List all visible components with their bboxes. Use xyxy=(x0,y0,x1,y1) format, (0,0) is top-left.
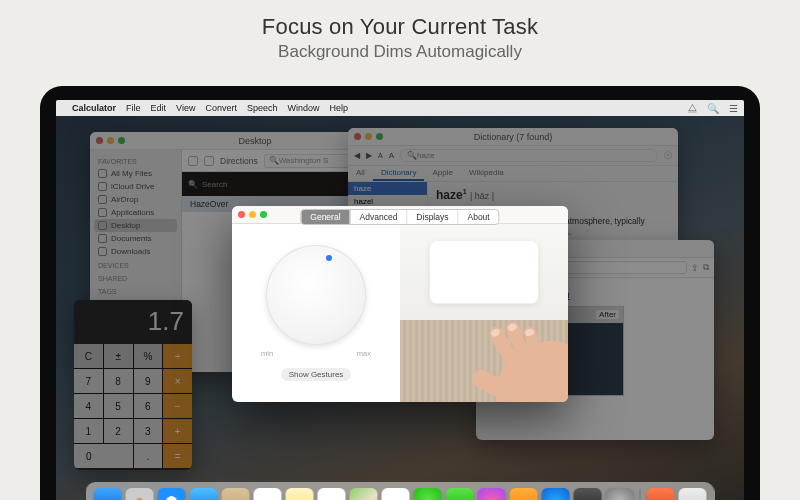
sidebar-hdr-favorites: Favorites xyxy=(94,154,177,167)
menu-convert[interactable]: Convert xyxy=(205,103,237,113)
menu-window[interactable]: Window xyxy=(287,103,319,113)
menu-edit[interactable]: Edit xyxy=(151,103,167,113)
sidebar-item-applications[interactable]: Applications xyxy=(94,206,177,219)
hand-graphic xyxy=(458,320,568,402)
show-gestures-button[interactable]: Show Gestures xyxy=(281,368,352,381)
sidebar-item-icloud-drive[interactable]: iCloud Drive xyxy=(94,180,177,193)
dock-app-dictionary[interactable] xyxy=(574,488,602,500)
dict-tab-all[interactable]: All xyxy=(348,166,373,181)
dock-app-finder[interactable] xyxy=(94,488,122,500)
menu-file[interactable]: File xyxy=(126,103,141,113)
minimize-icon[interactable] xyxy=(249,211,256,218)
calc-key-plus[interactable]: + xyxy=(163,419,192,443)
dock-app-contacts[interactable] xyxy=(222,488,250,500)
finder-path-title: Directions xyxy=(220,156,258,166)
dock-app-ibooks[interactable] xyxy=(510,488,538,500)
menubar: Calculator File Edit View Convert Speech… xyxy=(56,100,744,116)
dict-tab-wikipedia[interactable]: Wikipedia xyxy=(461,166,512,181)
menubar-app-name[interactable]: Calculator xyxy=(72,103,116,113)
calc-key-2[interactable]: 2 xyxy=(104,419,133,443)
prefs-tab-advanced[interactable]: Advanced xyxy=(351,210,408,224)
hazeover-preferences-window[interactable]: General Advanced Displays About minmax S… xyxy=(232,206,568,402)
prefs-tab-displays[interactable]: Displays xyxy=(407,210,458,224)
prefs-segmented-tabs: General Advanced Displays About xyxy=(300,209,499,225)
calc-key-9[interactable]: 9 xyxy=(134,369,163,393)
dial-indicator xyxy=(326,255,332,261)
dock-app-trash[interactable] xyxy=(679,488,707,500)
dict-textsize-small[interactable]: A xyxy=(378,152,383,159)
dock[interactable] xyxy=(86,482,715,500)
calc-key-4[interactable]: 4 xyxy=(74,394,103,418)
sidebar-item-all-my-files[interactable]: All My Files xyxy=(94,167,177,180)
comparison-after-label: After xyxy=(596,310,619,319)
dict-tab-dictionary[interactable]: Dictionary xyxy=(373,166,425,181)
dock-app-maps[interactable] xyxy=(350,488,378,500)
dock-app-hazeover[interactable] xyxy=(647,488,675,500)
calc-key-1[interactable]: 1 xyxy=(74,419,103,443)
spotlight-icon[interactable]: 🔍 xyxy=(707,103,719,114)
menu-view[interactable]: View xyxy=(176,103,195,113)
sidebar-item-desktop[interactable]: Desktop xyxy=(94,219,177,232)
dict-forward-button[interactable]: ▶ xyxy=(366,151,372,160)
dock-app-facetime[interactable] xyxy=(446,488,474,500)
dock-app-notes[interactable] xyxy=(286,488,314,500)
calc-key-minus[interactable]: − xyxy=(163,394,192,418)
safari-tabs-icon[interactable]: ⧉ xyxy=(703,262,709,273)
dock-app-itunes[interactable] xyxy=(478,488,506,500)
calc-key-decimal[interactable]: . xyxy=(134,444,163,468)
notification-icon[interactable]: ☰ xyxy=(729,103,738,114)
dictionary-search-input[interactable]: 🔍 haze xyxy=(400,149,658,162)
dock-app-photos[interactable] xyxy=(382,488,410,500)
calc-key-percent[interactable]: % xyxy=(134,344,163,368)
dock-app-calendar[interactable] xyxy=(254,488,282,500)
intensity-dial[interactable] xyxy=(266,245,366,345)
wifi-icon[interactable]: ⧋ xyxy=(688,102,697,114)
calc-key-5[interactable]: 5 xyxy=(104,394,133,418)
calc-key-clear[interactable]: C xyxy=(74,344,103,368)
headline-subtitle: Background Dims Automagically xyxy=(0,42,800,62)
dock-app-appstore[interactable] xyxy=(542,488,570,500)
calc-key-multiply[interactable]: × xyxy=(163,369,192,393)
dock-app-safari[interactable] xyxy=(158,488,186,500)
sidebar-item-airdrop[interactable]: AirDrop xyxy=(94,193,177,206)
calculator-display: 1.7 xyxy=(74,300,192,344)
zoom-icon[interactable] xyxy=(260,211,267,218)
dock-app-launchpad[interactable] xyxy=(126,488,154,500)
sidebar-item-downloads[interactable]: Downloads xyxy=(94,245,177,258)
dictionary-titlebar[interactable]: Dictionary (7 found) xyxy=(348,128,678,146)
menu-speech[interactable]: Speech xyxy=(247,103,278,113)
dict-clear-search-icon[interactable]: ⓧ xyxy=(664,150,672,161)
prefs-titlebar[interactable]: General Advanced Displays About xyxy=(232,206,568,224)
calculator-keypad: C ± % ÷ 7 8 9 × 4 5 6 − 1 2 3 + 0 . = xyxy=(74,344,192,468)
calc-key-6[interactable]: 6 xyxy=(134,394,163,418)
sidebar-hdr-tags: Tags xyxy=(94,284,177,297)
menu-help[interactable]: Help xyxy=(329,103,348,113)
calc-key-equals[interactable]: = xyxy=(163,444,192,468)
calc-key-7[interactable]: 7 xyxy=(74,369,103,393)
safari-share-icon[interactable]: ⇪ xyxy=(691,263,699,273)
prefs-tab-general[interactable]: General xyxy=(301,210,350,224)
dict-tab-apple[interactable]: Apple xyxy=(424,166,460,181)
calc-key-8[interactable]: 8 xyxy=(104,369,133,393)
prefs-tab-about[interactable]: About xyxy=(458,210,498,224)
dock-app-reminders[interactable] xyxy=(318,488,346,500)
calc-key-3[interactable]: 3 xyxy=(134,419,163,443)
calc-key-0[interactable]: 0 xyxy=(74,444,133,468)
finder-forward-button[interactable] xyxy=(204,156,214,166)
close-icon[interactable] xyxy=(238,211,245,218)
sidebar-item-documents[interactable]: Documents xyxy=(94,232,177,245)
calc-key-negate[interactable]: ± xyxy=(104,344,133,368)
dict-list-haze[interactable]: haze xyxy=(348,182,427,195)
laptop-frame: Calculator File Edit View Convert Speech… xyxy=(40,86,760,500)
dock-app-messages[interactable] xyxy=(414,488,442,500)
dict-textsize-large[interactable]: A xyxy=(389,151,394,160)
dial-min-label: min xyxy=(261,349,273,358)
calculator-window[interactable]: 1.7 C ± % ÷ 7 8 9 × 4 5 6 − 1 2 3 + 0 . … xyxy=(74,300,192,470)
calc-key-divide[interactable]: ÷ xyxy=(163,344,192,368)
dict-back-button[interactable]: ◀ xyxy=(354,151,360,160)
dock-app-preferences[interactable] xyxy=(606,488,634,500)
dictionary-tabs: All Dictionary Apple Wikipedia xyxy=(348,166,678,182)
finder-back-button[interactable] xyxy=(188,156,198,166)
dock-app-mail[interactable] xyxy=(190,488,218,500)
sidebar-hdr-devices: Devices xyxy=(94,258,177,271)
